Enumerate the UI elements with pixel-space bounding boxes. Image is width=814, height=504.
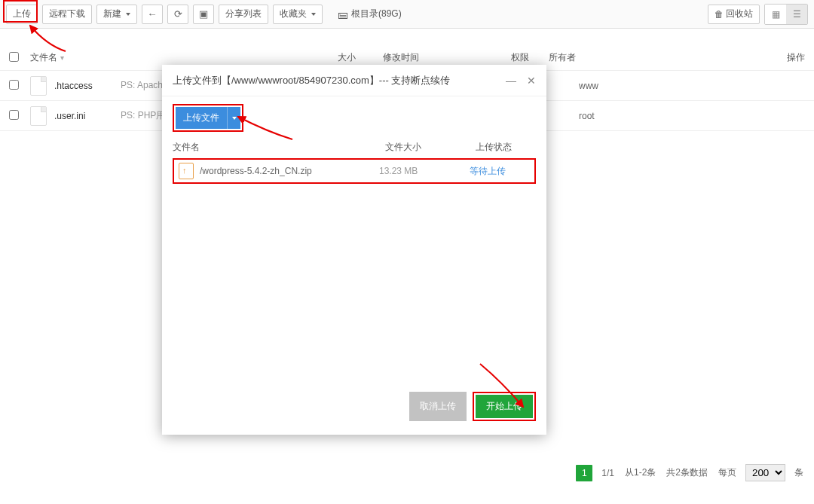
disk-icon: 🖴: [338, 8, 348, 20]
page-range: 从1-2条: [623, 466, 657, 479]
grid-view-button[interactable]: ▦: [765, 5, 786, 24]
close-icon[interactable]: ✕: [527, 75, 536, 87]
annotation-arrow-icon: [234, 113, 294, 143]
refresh-icon: ⟳: [174, 8, 182, 20]
modal-titlebar[interactable]: 上传文件到【/www/wwwroot/854907230.com】--- 支持断…: [162, 65, 546, 96]
arrow-left-icon: ←: [147, 8, 157, 20]
list-view-button[interactable]: ☰: [786, 5, 807, 24]
select-all-checkbox[interactable]: [9, 52, 19, 62]
trash-icon: 🗑: [715, 9, 724, 20]
sort-icon: ▾: [60, 53, 64, 62]
file-owner: root: [579, 111, 805, 121]
minimize-icon[interactable]: —: [506, 75, 516, 87]
col-action: 操作: [775, 51, 805, 64]
per-page-label: 每页: [717, 466, 738, 479]
favorites-label: 收藏夹: [280, 8, 307, 20]
annotation-arrow-icon: [476, 360, 529, 413]
per-page-select[interactable]: 200: [745, 464, 785, 481]
view-toggle: ▦ ☰: [764, 4, 808, 25]
favorites-button[interactable]: 收藏夹: [273, 5, 323, 24]
upload-file-status: 等待上传: [470, 165, 530, 178]
refresh-button[interactable]: ⟳: [167, 5, 188, 24]
per-page-unit: 条: [793, 466, 805, 479]
file-name[interactable]: .htaccess: [54, 81, 115, 91]
row-checkbox[interactable]: [9, 80, 19, 90]
upload-file-icon: [179, 163, 194, 179]
col-perm[interactable]: 权限: [511, 51, 549, 64]
col-size[interactable]: 大小: [338, 51, 383, 64]
toolbar-right: 🗑 回收站 ▦ ☰: [708, 4, 808, 25]
terminal-button[interactable]: ▣: [193, 5, 214, 24]
file-icon: [30, 76, 47, 96]
share-list-button[interactable]: 分享列表: [219, 5, 268, 24]
list-icon: ☰: [793, 9, 801, 20]
col-owner[interactable]: 所有者: [549, 51, 775, 64]
upload-file-size: 13.23 MB: [379, 166, 470, 176]
upload-button[interactable]: 上传: [6, 5, 38, 24]
breadcrumb-label: 根目录(89G): [351, 8, 402, 20]
annotation-arrow-icon: [24, 23, 69, 53]
pagination: 1 1/1 从1-2条 共2条数据 每页 200 条: [576, 464, 805, 481]
recycle-bin-button[interactable]: 🗑 回收站: [708, 5, 760, 24]
grid-icon: ▦: [772, 9, 780, 20]
breadcrumb[interactable]: 🖴 根目录(89G): [338, 8, 402, 20]
upload-file-name: /wordpress-5.4.2-zh_CN.zip: [200, 166, 379, 176]
recycle-bin-label: 回收站: [726, 8, 753, 20]
upload-columns: 文件名 文件大小 上传状态: [173, 136, 536, 158]
row-checkbox[interactable]: [9, 110, 19, 120]
file-owner: www: [579, 81, 805, 91]
upload-file-row[interactable]: /wordpress-5.4.2-zh_CN.zip 13.23 MB 等待上传: [173, 158, 536, 184]
file-name[interactable]: .user.ini: [54, 111, 115, 121]
choose-file-button[interactable]: 上传文件: [176, 107, 227, 129]
upload-col-status: 上传状态: [476, 141, 536, 154]
annotation-box: 上传文件: [173, 104, 243, 132]
page-current[interactable]: 1: [576, 465, 592, 481]
col-mtime[interactable]: 修改时间: [383, 51, 511, 64]
toolbar: 上传 远程下载 新建 ← ⟳ ▣ 分享列表 收藏夹 🖴 根目录(89G) 🗑 回…: [0, 0, 814, 29]
new-button[interactable]: 新建: [96, 5, 137, 24]
upload-col-size: 文件大小: [385, 141, 476, 154]
new-label: 新建: [103, 8, 121, 20]
back-button[interactable]: ←: [142, 5, 163, 24]
cancel-upload-button[interactable]: 取消上传: [409, 392, 467, 421]
terminal-icon: ▣: [199, 8, 208, 20]
file-icon: [30, 106, 47, 126]
col-filename[interactable]: 文件名: [30, 51, 57, 64]
remote-download-button[interactable]: 远程下载: [42, 5, 92, 24]
page-total: 共2条数据: [665, 466, 709, 479]
modal-body: 上传文件 文件名 文件大小 上传状态 /wordpress-5.4.2-zh_C…: [162, 96, 546, 383]
page-pages: 1/1: [600, 468, 616, 478]
modal-title-text: 上传文件到【/www/wwwroot/854907230.com】--- 支持断…: [173, 74, 450, 87]
